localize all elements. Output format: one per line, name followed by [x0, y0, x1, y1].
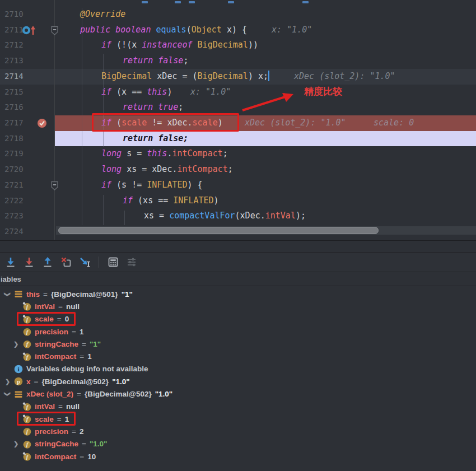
variable-row-body: fscale = 1	[21, 414, 71, 423]
code-token: ) x;	[248, 71, 268, 81]
variable-row-intCompact[interactable]: fintCompact = 10	[0, 450, 476, 463]
code-editor[interactable]: 2710@Override2711public boolean equals(O…	[0, 0, 476, 241]
equals-sign: =	[43, 290, 48, 299]
code-line-2719[interactable]: 2719long s = this.intCompact;	[0, 146, 476, 162]
breakpoint-verified-icon[interactable]	[37, 118, 47, 134]
chevron-down-icon[interactable]: ❯	[4, 290, 11, 299]
chevron-right-icon[interactable]: ❯	[3, 378, 12, 385]
line-number[interactable]: 2718	[4, 131, 28, 147]
variable-row-xDec-slot-2-[interactable]: ❯xDec (slot_2) = {BigDecimal@502} "1.0"	[0, 388, 476, 400]
code-token: INFLATED	[173, 195, 213, 206]
code-line-2718[interactable]: 2718return false;	[0, 131, 476, 147]
field-watch-pin-icon: f	[22, 402, 31, 411]
code-token: @Override	[80, 9, 125, 19]
line-number[interactable]: 2719	[4, 146, 28, 162]
inline-debug-hint: x: "1.0"	[190, 85, 231, 100]
variable-row-intVal[interactable]: fintVal = null	[0, 300, 476, 313]
evaluate-expression-button[interactable]	[107, 256, 119, 268]
line-number[interactable]: 2724	[4, 224, 28, 240]
variable-name: precision	[35, 427, 68, 436]
code-token: this	[147, 148, 167, 158]
variable-row-body: fprecision = 2	[21, 427, 85, 436]
line-number[interactable]: 2723	[4, 208, 28, 224]
step-into-button[interactable]	[4, 256, 17, 268]
code-token: compactValFor	[169, 211, 235, 221]
line-number[interactable]: 2713	[4, 53, 28, 69]
chevron-right-icon[interactable]: ❯	[11, 440, 21, 447]
code-text: long xs = xDec.intCompact;	[101, 162, 233, 178]
variable-row-body: fintCompact = 10	[21, 452, 97, 461]
code-token: );	[296, 211, 306, 221]
variable-row-x[interactable]: ❯px = {BigDecimal@502} "1.0"	[0, 375, 476, 388]
code-token: )	[214, 195, 219, 206]
variable-name: xDec (slot_2)	[26, 390, 73, 398]
line-number[interactable]: 2716	[4, 100, 28, 115]
line-number[interactable]: 2710	[4, 7, 28, 22]
equals-sign: =	[57, 415, 62, 423]
variable-value: null	[66, 302, 80, 311]
inline-debug-hint: xDec (slot_2): "1.0"	[294, 69, 395, 85]
variables-info-row[interactable]: iVariables debug info not available	[0, 363, 476, 375]
filter-settings-button[interactable]	[125, 256, 138, 268]
equals-sign: =	[77, 390, 81, 398]
execution-frame-icon[interactable]	[21, 24, 38, 42]
code-token: if	[101, 87, 111, 97]
code-token: intCompact	[172, 148, 222, 158]
variable-row-body: fstringCache = "1.0"	[21, 440, 109, 449]
code-line-2710[interactable]: 2710@Override	[0, 7, 476, 22]
code-line-2714[interactable]: 2714BigDecimal xDec = (BigDecimal) x;xDe…	[0, 69, 476, 85]
variable-row-scale[interactable]: fscale = 0	[0, 313, 476, 325]
equals-sign: =	[58, 302, 63, 311]
line-number[interactable]: 2714	[4, 69, 28, 85]
chevron-down-icon[interactable]: ❯	[4, 389, 11, 399]
variable-value: 10	[87, 453, 96, 461]
field-watch-pin-icon: f	[22, 452, 31, 461]
fold-collapse-icon[interactable]	[50, 180, 59, 196]
code-token: equals	[156, 25, 186, 35]
force-step-into-button[interactable]	[23, 256, 35, 268]
code-line-2711[interactable]: 2711public boolean equals(Object x) {x: …	[0, 22, 476, 38]
code-token: (x ==	[111, 87, 147, 97]
line-number[interactable]: 2721	[4, 178, 28, 193]
variable-row-stringCache[interactable]: ❯fstringCache = "1"	[0, 338, 476, 350]
line-number[interactable]: 2715	[4, 85, 28, 100]
variable-row-intVal[interactable]: fintVal = null	[0, 400, 476, 413]
code-line-2720[interactable]: 2720long xs = xDec.intCompact;	[0, 162, 476, 178]
code-line-2723[interactable]: 2723xs = compactValFor(xDec.intVal);	[0, 208, 476, 224]
variable-row-precision[interactable]: fprecision = 2	[0, 425, 476, 437]
line-number[interactable]: 2717	[4, 115, 28, 131]
code-text: if (xs == INFLATED)	[123, 193, 219, 209]
code-line-2713[interactable]: 2713return false;	[0, 53, 476, 69]
variable-row-scale[interactable]: fscale = 1	[0, 413, 476, 425]
variable-row-precision[interactable]: fprecision = 1	[0, 325, 476, 338]
code-line-2721[interactable]: 2721if (s != INFLATED) {	[0, 178, 476, 193]
variable-value: 1	[65, 415, 69, 423]
horizontal-scrollbar[interactable]	[56, 226, 476, 235]
variable-row-body: fprecision = 1	[21, 327, 85, 336]
code-token: intCompact	[177, 164, 227, 174]
variable-row-intCompact[interactable]: fintCompact = 1	[0, 350, 476, 362]
field-icon: f	[22, 427, 31, 436]
fold-collapse-icon[interactable]	[50, 25, 59, 41]
equals-sign: =	[80, 453, 84, 461]
code-token: BigDecimal	[198, 40, 248, 50]
variables-tree: ❯this = {BigDecimal@501} "1"fintVal = nu…	[0, 286, 476, 456]
run-to-cursor-button[interactable]	[78, 256, 91, 268]
line-number[interactable]: 2720	[4, 162, 28, 178]
line-number[interactable]: 2722	[4, 193, 28, 209]
code-token: )	[167, 87, 172, 97]
step-out-button[interactable]	[41, 256, 54, 268]
horizontal-scrollbar-thumb[interactable]	[58, 227, 379, 234]
code-line-2722[interactable]: 2722if (xs == INFLATED)	[0, 193, 476, 209]
variable-row-body: fintVal = null	[21, 302, 81, 311]
variable-name: scale	[35, 415, 54, 423]
chevron-right-icon[interactable]: ❯	[11, 341, 21, 348]
code-token: x) {	[222, 25, 247, 35]
code-token: this	[147, 87, 167, 97]
code-token	[193, 40, 198, 50]
variable-row-this[interactable]: ❯this = {BigDecimal@501} "1"	[0, 288, 476, 300]
variable-row-stringCache[interactable]: ❯fstringCache = "1.0"	[0, 438, 476, 450]
code-token: (s !=	[111, 180, 147, 190]
code-line-2712[interactable]: 2712if (!(x instanceof BigDecimal))	[0, 38, 476, 53]
drop-frame-button[interactable]	[60, 256, 72, 268]
